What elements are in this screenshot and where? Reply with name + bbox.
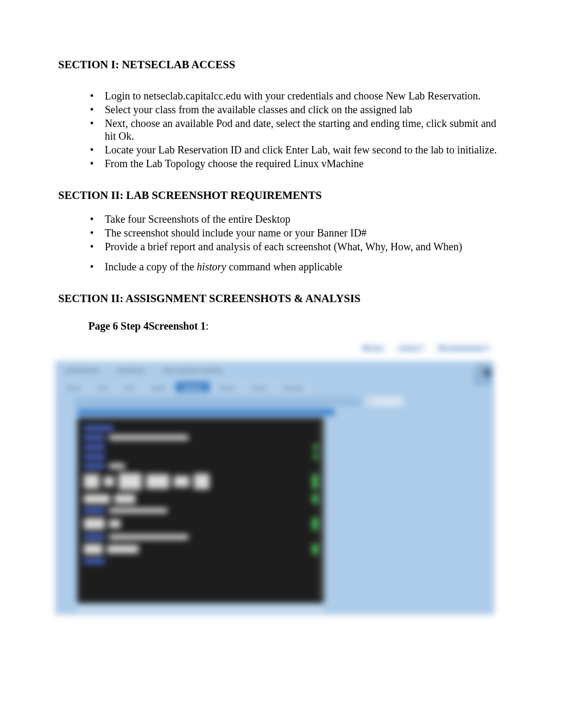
- screenshot-caption: Page 6 Step 4Screenshot 1:: [88, 320, 504, 332]
- tab: ▬▬: [117, 382, 141, 392]
- breadcrumb-item: ▬▬▬▬▬▬: [61, 365, 103, 374]
- top-link-bar: ▣ ▬▬ ▬▬▬ ▾ ▣ ▬▬▬▬▬▬ ▾: [360, 343, 492, 353]
- list-item: Select your class from the available cla…: [90, 103, 504, 116]
- caption-colon: :: [206, 320, 209, 332]
- embedded-screenshot: ▣ ▬▬ ▬▬▬ ▾ ▣ ▬▬▬▬▬▬ ▾ ▬▬▬▬▬▬ ▬▬▬▬▬ ▬▬ ▬▬…: [55, 340, 494, 615]
- tab-active: ▬▬▬▬: [176, 382, 210, 392]
- section-3-heading: SECTION II: ASSISGNMENT SCREENSHOTS & AN…: [58, 292, 504, 305]
- list-item: From the Lab Topology choose the require…: [90, 157, 504, 170]
- list-item: Locate your Lab Reservation ID and click…: [90, 143, 504, 156]
- time-box: [484, 378, 491, 385]
- bottom-strip: [77, 606, 324, 613]
- time-label: ▬▬▬: [459, 363, 491, 368]
- tab: ▬▬: [91, 382, 114, 392]
- tab: ▬▬▬: [59, 382, 88, 392]
- history-italic: history: [197, 261, 226, 272]
- top-link: ▬▬▬ ▾: [396, 343, 426, 353]
- tab: ▬▬▬: [144, 382, 173, 392]
- time-remaining: ▬▬▬: [459, 363, 491, 385]
- time-box: [474, 378, 482, 385]
- breadcrumb-item: ▬▬ ▬▬▬▬ ▬▬▬▬: [159, 365, 227, 374]
- time-box: [474, 369, 482, 377]
- section-1-heading: SECTION I: NETSECLAB ACCESS: [58, 58, 504, 71]
- terminal-window: [77, 418, 324, 603]
- history-prefix: Include a copy of the: [105, 261, 197, 272]
- search-box: [365, 397, 403, 406]
- section-2-list: Take four Screenshots of the entire Desk…: [90, 213, 504, 253]
- history-suffix: command when applicable: [226, 261, 342, 272]
- list-item: The screenshot should include your name …: [90, 226, 504, 239]
- breadcrumb: ▬▬▬▬▬▬ ▬▬▬▬▬ ▬▬ ▬▬▬▬ ▬▬▬▬: [61, 365, 227, 374]
- lab-panel: ▬▬▬▬▬▬ ▬▬▬▬▬ ▬▬ ▬▬▬▬ ▬▬▬▬ ▬▬▬ ▬▬▬ ▬▬ ▬▬ …: [55, 361, 494, 615]
- tab-bar: ▬▬▬ ▬▬ ▬▬ ▬▬▬ ▬▬▬▬ ▬▬▬ ▬▬▬ ▬▬▬▬: [59, 382, 310, 392]
- window-title-bar: [77, 408, 334, 416]
- section-2-heading: SECTION II: LAB SCREENSHOT REQUIREMENTS: [58, 189, 504, 202]
- top-link: ▣ ▬▬▬▬▬▬ ▾: [436, 343, 492, 353]
- list-item: Next, choose an available Pod and date, …: [90, 117, 504, 142]
- breadcrumb-item: ▬▬▬▬▬: [113, 365, 149, 374]
- sub-toolbar: [75, 398, 361, 405]
- list-item-history: Include a copy of the history command wh…: [90, 260, 504, 273]
- tab: ▬▬▬: [244, 382, 273, 392]
- list-item: Provide a brief report and analysis of e…: [90, 240, 504, 253]
- top-link: ▣ ▬▬: [360, 343, 386, 353]
- time-box: [484, 369, 491, 377]
- caption-bold: Page 6 Step 4Screenshot 1: [88, 320, 206, 332]
- list-item: Take four Screenshots of the entire Desk…: [90, 213, 504, 225]
- terminal-scrollbar: [319, 421, 323, 600]
- tab: ▬▬▬▬: [276, 382, 310, 392]
- section-1-list: Login to netseclab.capitalcc.edu with yo…: [90, 89, 504, 170]
- section-2-list-extra: Include a copy of the history command wh…: [90, 260, 504, 273]
- list-item: Login to netseclab.capitalcc.edu with yo…: [90, 89, 504, 102]
- tab: ▬▬▬: [213, 382, 241, 392]
